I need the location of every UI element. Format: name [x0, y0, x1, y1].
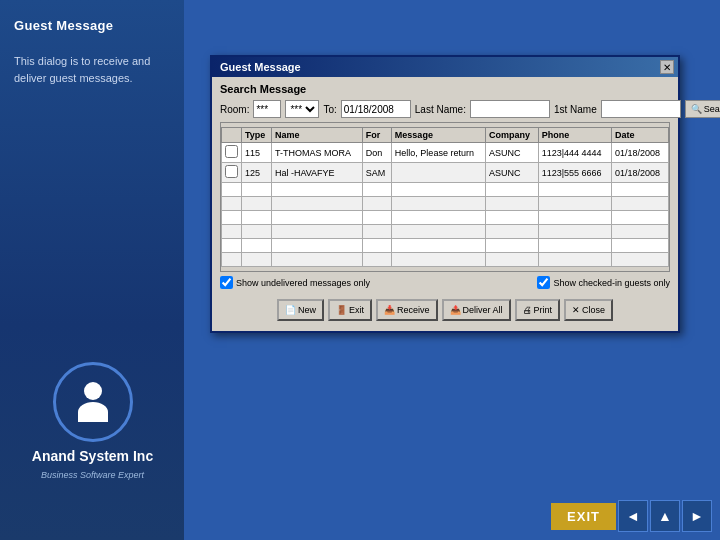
date-input[interactable] [341, 100, 411, 118]
row-for: SAM [362, 163, 391, 183]
row-phone: 1123|555 6666 [538, 163, 611, 183]
table-row-empty [222, 225, 669, 239]
table-container: Type Name For Message Company Phone Date… [220, 122, 670, 272]
row-message: Hello, Please return [391, 143, 485, 163]
table-row-empty [222, 253, 669, 267]
to-label: To: [323, 104, 336, 115]
room-dropdown[interactable]: *** [285, 100, 319, 118]
row-company: ASUNC [486, 143, 539, 163]
checked-in-checkbox[interactable] [537, 276, 550, 289]
table-row-empty [222, 239, 669, 253]
col-phone: Phone [538, 128, 611, 143]
last-name-input[interactable] [470, 100, 550, 118]
company-tagline: Business Software Expert [41, 470, 144, 480]
row-checkbox[interactable] [225, 145, 238, 158]
logo-head [84, 382, 102, 400]
undelivered-checkbox[interactable] [220, 276, 233, 289]
dialog-window: Guest Message ✕ Search Message Room: ***… [210, 55, 680, 333]
row-message [391, 163, 485, 183]
sidebar-title: Guest Message [0, 0, 184, 45]
logo-circle [53, 362, 133, 442]
undelivered-option: Show undelivered messages only [220, 276, 370, 289]
col-checkbox [222, 128, 242, 143]
table-body: 115 T-THOMAS MORA Don Hello, Please retu… [222, 143, 669, 267]
exit-icon: 🚪 [336, 305, 347, 315]
section-title: Search Message [220, 83, 670, 95]
main-content: Guest Message ✕ Search Message Room: ***… [185, 0, 720, 540]
new-button[interactable]: 📄 New [277, 299, 324, 321]
first-name-input[interactable] [601, 100, 681, 118]
table-row-empty [222, 183, 669, 197]
dialog-title-text: Guest Message [216, 61, 301, 73]
bottom-buttons: 📄 New 🚪 Exit 📥 Receive 📤 Deliver All 🖨 [220, 295, 670, 325]
company-name: Anand System Inc [32, 448, 153, 464]
col-name: Name [271, 128, 362, 143]
search-row-1: Room: *** To: Last Name: 1st Name 🔍 Sear… [220, 100, 670, 118]
dialog-titlebar: Guest Message ✕ [212, 57, 678, 77]
room-label: Room: [220, 104, 249, 115]
close-button[interactable]: ✕ Close [564, 299, 613, 321]
row-checkbox-cell[interactable] [222, 143, 242, 163]
row-name: Hal -HAVAFYE [271, 163, 362, 183]
row-for: Don [362, 143, 391, 163]
col-company: Company [486, 128, 539, 143]
nav-left-button[interactable]: ◄ [618, 500, 648, 532]
nav-up-button[interactable]: ▲ [650, 500, 680, 532]
up-arrow-icon: ▲ [658, 508, 672, 524]
sidebar: Guest Message This dialog is to receive … [0, 0, 185, 540]
table-row[interactable]: 125 Hal -HAVAFYE SAM ASUNC 1123|555 6666… [222, 163, 669, 183]
row-type: 125 [242, 163, 272, 183]
row-date: 01/18/2008 [611, 163, 668, 183]
undelivered-label: Show undelivered messages only [236, 278, 370, 288]
row-date: 01/18/2008 [611, 143, 668, 163]
col-message: Message [391, 128, 485, 143]
row-type: 115 [242, 143, 272, 163]
row-checkbox[interactable] [225, 165, 238, 178]
checked-in-label: Show checked-in guests only [553, 278, 670, 288]
checked-in-option: Show checked-in guests only [537, 276, 670, 289]
table-header: Type Name For Message Company Phone Date [222, 128, 669, 143]
print-icon: 🖨 [523, 305, 532, 315]
dialog-body: Search Message Room: *** To: Last Name: … [212, 77, 678, 331]
col-for: For [362, 128, 391, 143]
exit-button[interactable]: EXIT [551, 503, 616, 530]
sidebar-description: This dialog is to receive and deliver gu… [0, 45, 184, 94]
table-row-empty [222, 211, 669, 225]
close-icon: ✕ [572, 305, 580, 315]
dialog-close-button[interactable]: ✕ [660, 60, 674, 74]
last-label: Last Name: [415, 104, 466, 115]
logo-body [78, 402, 108, 422]
search-button[interactable]: 🔍 Search [685, 100, 720, 118]
dialog-exit-button[interactable]: 🚪 Exit [328, 299, 372, 321]
search-icon: 🔍 [691, 104, 702, 114]
print-button[interactable]: 🖨 Print [515, 299, 561, 321]
receive-icon: 📥 [384, 305, 395, 315]
nav-right-button[interactable]: ► [682, 500, 712, 532]
col-date: Date [611, 128, 668, 143]
receive-button[interactable]: 📥 Receive [376, 299, 438, 321]
new-icon: 📄 [285, 305, 296, 315]
table-row[interactable]: 115 T-THOMAS MORA Don Hello, Please retu… [222, 143, 669, 163]
deliver-all-button[interactable]: 📤 Deliver All [442, 299, 511, 321]
logo-figure [78, 382, 108, 422]
room-input[interactable] [253, 100, 281, 118]
row-checkbox-cell[interactable] [222, 163, 242, 183]
left-arrow-icon: ◄ [626, 508, 640, 524]
row-phone: 1123|444 4444 [538, 143, 611, 163]
table-row-empty [222, 197, 669, 211]
logo-area: Anand System Inc Business Software Exper… [0, 362, 185, 480]
row-company: ASUNC [486, 163, 539, 183]
bottom-bar: EXIT ◄ ▲ ► [543, 492, 720, 540]
deliver-icon: 📤 [450, 305, 461, 315]
row-name: T-THOMAS MORA [271, 143, 362, 163]
message-table: Type Name For Message Company Phone Date… [221, 127, 669, 267]
col-type: Type [242, 128, 272, 143]
right-arrow-icon: ► [690, 508, 704, 524]
first-label: 1st Name [554, 104, 597, 115]
options-row: Show undelivered messages only Show chec… [220, 276, 670, 289]
